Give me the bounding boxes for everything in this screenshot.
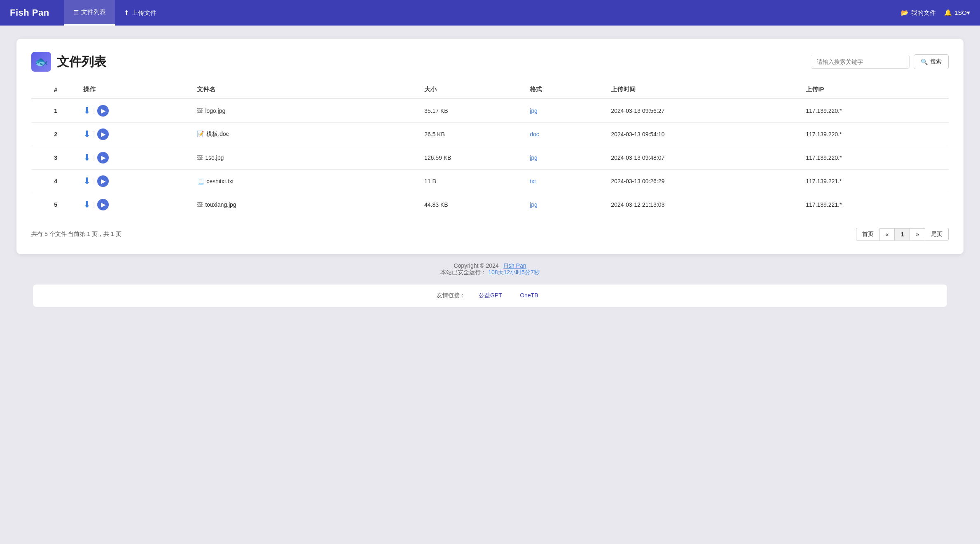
current-page-button[interactable]: 1 [894, 228, 910, 240]
format-link[interactable]: jpg [530, 107, 538, 114]
nav-label-upload: 上传文件 [132, 9, 157, 17]
row-time: 2024-03-13 09:54:10 [608, 123, 802, 146]
file-type-icon: 🖼 [197, 201, 203, 208]
footer-links: 友情链接： 公益GPT OneTB [33, 285, 947, 307]
table-header-row: # 操作 文件名 大小 格式 上传时间 上传IP [31, 82, 949, 99]
row-format: doc [526, 123, 608, 146]
bell-icon: 🔔 [944, 9, 952, 16]
download-button[interactable]: ⬇ [83, 200, 91, 209]
prev-page-button[interactable]: « [879, 228, 895, 240]
nav-label-file-list: 文件列表 [81, 8, 106, 16]
next-page-button[interactable]: » [910, 228, 925, 240]
row-filename: 🖼1so.jpg [194, 146, 421, 170]
row-time: 2024-03-13 09:56:27 [608, 99, 802, 123]
format-link[interactable]: jpg [530, 154, 538, 161]
footer-link-onetb[interactable]: OneTB [520, 292, 538, 299]
row-ip: 117.139.220.* [802, 146, 949, 170]
row-time: 2024-03-13 00:26:29 [608, 170, 802, 193]
row-format: jpg [526, 99, 608, 123]
page-summary: 共有 5 个文件 当前第 1 页，共 1 页 [31, 231, 122, 238]
file-type-icon: 🖼 [197, 154, 203, 161]
runtime-prefix: 本站已安全运行： [440, 269, 486, 276]
download-button[interactable]: ⬇ [83, 130, 91, 139]
table-row: 3 ⬇ | ▶ 🖼1so.jpg 126.59 KB jpg 2024-03-1… [31, 146, 949, 170]
row-ops: ⬇ | ▶ [80, 170, 194, 193]
row-num: 3 [31, 146, 80, 170]
card-header: 文件列表 🔍 搜索 [31, 52, 949, 72]
footer-brand-link[interactable]: Fish Pan [503, 262, 526, 269]
col-header-name: 文件名 [194, 82, 421, 99]
row-filename: 📃ceshitxt.txt [194, 170, 421, 193]
row-size: 35.17 KB [421, 99, 526, 123]
table-row: 2 ⬇ | ▶ 📝模板.doc 26.5 KB doc 2024-03-13 0… [31, 123, 949, 146]
row-format: txt [526, 170, 608, 193]
ops-separator: | [93, 177, 95, 185]
first-page-button[interactable]: 首页 [856, 228, 880, 241]
row-ops: ⬇ | ▶ [80, 146, 194, 170]
pagination-area: 共有 5 个文件 当前第 1 页，共 1 页 首页 « 1 » 尾页 [31, 228, 949, 241]
row-ip: 117.139.221.* [802, 193, 949, 217]
row-time: 2024-03-13 09:48:07 [608, 146, 802, 170]
row-num: 2 [31, 123, 80, 146]
row-time: 2024-03-12 21:13:03 [608, 193, 802, 217]
download-button[interactable]: ⬇ [83, 106, 91, 115]
nav-item-upload[interactable]: ⬆ 上传文件 [115, 0, 166, 26]
download-button[interactable]: ⬇ [83, 153, 91, 162]
user-menu[interactable]: 🔔 1SO▾ [944, 9, 970, 16]
row-num: 1 [31, 99, 80, 123]
col-header-time: 上传时间 [608, 82, 802, 99]
row-ip: 117.139.220.* [802, 99, 949, 123]
row-format: jpg [526, 146, 608, 170]
search-button[interactable]: 🔍 搜索 [914, 54, 949, 69]
format-link[interactable]: txt [530, 178, 536, 184]
pagination: 首页 « 1 » 尾页 [856, 228, 949, 241]
col-header-size: 大小 [421, 82, 526, 99]
footer-link-gpt[interactable]: 公益GPT [479, 292, 502, 299]
row-filename: 📝模板.doc [194, 123, 421, 146]
row-ops: ⬇ | ▶ [80, 193, 194, 217]
view-button[interactable]: ▶ [97, 199, 109, 210]
format-link[interactable]: doc [530, 131, 539, 138]
main-content: 文件列表 🔍 搜索 # 操作 文件名 大小 格式 上传时间 [0, 26, 980, 320]
row-size: 11 B [421, 170, 526, 193]
user-label: 1SO▾ [954, 9, 970, 16]
copyright-text: Copyright © 2024 [454, 262, 498, 269]
navbar: Fish Pan ☰ 文件列表 ⬆ 上传文件 📂 我的文件 🔔 1SO▾ [0, 0, 980, 26]
brand-logo[interactable]: Fish Pan [10, 7, 49, 18]
download-button[interactable]: ⬇ [83, 177, 91, 186]
view-button[interactable]: ▶ [97, 152, 109, 163]
row-ip: 117.139.220.* [802, 123, 949, 146]
last-page-button[interactable]: 尾页 [925, 228, 949, 241]
search-area: 🔍 搜索 [811, 54, 949, 69]
row-size: 44.83 KB [421, 193, 526, 217]
format-link[interactable]: jpg [530, 201, 538, 208]
view-button[interactable]: ▶ [97, 128, 109, 140]
table-row: 1 ⬇ | ▶ 🖼logo.jpg 35.17 KB jpg 2024-03-1… [31, 99, 949, 123]
file-type-icon: 📝 [197, 131, 204, 137]
row-format: jpg [526, 193, 608, 217]
nav-item-file-list[interactable]: ☰ 文件列表 [64, 0, 115, 26]
row-ops: ⬇ | ▶ [80, 99, 194, 123]
file-table: # 操作 文件名 大小 格式 上传时间 上传IP 1 ⬇ | ▶ [31, 82, 949, 216]
ops-separator: | [93, 154, 95, 161]
row-size: 26.5 KB [421, 123, 526, 146]
table-row: 4 ⬇ | ▶ 📃ceshitxt.txt 11 B txt 2024-03-1… [31, 170, 949, 193]
search-input[interactable] [811, 55, 910, 69]
runtime-value: 108天12小时5分7秒 [488, 269, 540, 276]
row-ip: 117.139.221.* [802, 170, 949, 193]
footer: Copyright © 2024 Fish Pan 本站已安全运行： 108天1… [16, 254, 964, 280]
ops-separator: | [93, 131, 95, 138]
ops-separator: | [93, 201, 95, 208]
view-button[interactable]: ▶ [97, 175, 109, 187]
folder-icon: 📂 [901, 9, 909, 16]
my-files-link[interactable]: 📂 我的文件 [901, 9, 936, 17]
my-files-label: 我的文件 [911, 9, 936, 17]
table-row: 5 ⬇ | ▶ 🖼touxiang.jpg 44.83 KB jpg 2024-… [31, 193, 949, 217]
col-header-num: # [31, 82, 80, 99]
view-button[interactable]: ▶ [97, 105, 109, 117]
list-icon: ☰ [73, 9, 79, 16]
nav-right: 📂 我的文件 🔔 1SO▾ [901, 9, 970, 17]
app-logo-icon [31, 52, 51, 72]
upload-icon: ⬆ [124, 9, 129, 16]
card-title-area: 文件列表 [31, 52, 106, 72]
